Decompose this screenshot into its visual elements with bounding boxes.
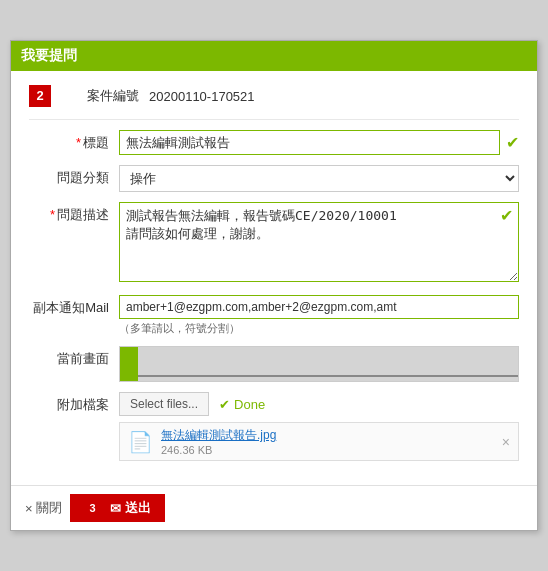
mail-label: 副本通知Mail <box>29 295 119 317</box>
title-row: 標題 ✔ <box>29 130 519 155</box>
select-files-button[interactable]: Select files... <box>119 392 209 416</box>
case-number-label: 案件編號 <box>59 87 149 105</box>
close-icon: × <box>25 501 33 516</box>
file-upload-row: Select files... ✔ Done <box>119 392 519 416</box>
divider-1 <box>29 119 519 120</box>
title-field-wrapper: ✔ <box>119 130 519 155</box>
description-check-icon: ✔ <box>500 206 513 225</box>
attachment-label: 附加檔案 <box>29 392 119 414</box>
screenshot-bottom-bar <box>138 375 518 377</box>
mail-input[interactable] <box>119 295 519 319</box>
attachment-field-wrapper: Select files... ✔ Done 📄 無法編輯測試報告.jpg 24… <box>119 392 519 461</box>
screenshot-preview <box>119 346 519 382</box>
step-2-badge: 2 <box>29 85 51 107</box>
screenshot-container <box>119 346 519 382</box>
category-label: 問題分類 <box>29 165 119 187</box>
submit-label: 送出 <box>125 499 151 517</box>
case-number-value: 20200110-170521 <box>149 89 255 104</box>
file-item: 📄 無法編輯測試報告.jpg 246.36 KB × <box>119 422 519 461</box>
close-button[interactable]: × 關閉 <box>25 499 62 517</box>
main-window: 我要提問 2 案件編號 20200110-170521 標題 ✔ 問題分類 <box>10 40 538 531</box>
title-check-icon: ✔ <box>506 133 519 152</box>
file-info: 無法編輯測試報告.jpg 246.36 KB <box>161 427 494 456</box>
file-size: 246.36 KB <box>161 444 494 456</box>
title-label: 標題 <box>29 130 119 152</box>
title-input[interactable] <box>119 130 500 155</box>
mail-row: 副本通知Mail （多筆請以，符號分割） <box>29 295 519 336</box>
description-textarea[interactable]: 測試報告無法編輯，報告號碼CE/2020/10001 請問該如何處理，謝謝。 <box>119 202 519 282</box>
description-row: 問題描述 測試報告無法編輯，報告號碼CE/2020/10001 請問該如何處理，… <box>29 202 519 285</box>
step-3-badge: 3 <box>84 499 102 517</box>
description-textarea-group: 測試報告無法編輯，報告號碼CE/2020/10001 請問該如何處理，謝謝。 ✔ <box>119 202 519 285</box>
close-label: 關閉 <box>36 499 62 517</box>
done-label-text: Done <box>234 397 265 412</box>
form-content: 2 案件編號 20200110-170521 標題 ✔ 問題分類 操作 <box>11 71 537 485</box>
file-upload-area: Select files... ✔ Done 📄 無法編輯測試報告.jpg 24… <box>119 392 519 461</box>
title-bar-label: 我要提問 <box>21 47 77 63</box>
screenshot-label: 當前畫面 <box>29 346 119 368</box>
case-number-row: 2 案件編號 20200110-170521 <box>29 85 519 107</box>
attachment-row: 附加檔案 Select files... ✔ Done 📄 無法編輯測試報告.j… <box>29 392 519 461</box>
category-select[interactable]: 操作 <box>119 165 519 192</box>
file-type-icon: 📄 <box>128 430 153 454</box>
category-row: 問題分類 操作 <box>29 165 519 192</box>
submit-button[interactable]: 3 ✉ 送出 <box>70 494 165 522</box>
submit-icon: ✉ <box>110 501 121 516</box>
done-status: ✔ Done <box>219 397 265 412</box>
description-field-wrapper: 測試報告無法編輯，報告號碼CE/2020/10001 請問該如何處理，謝謝。 ✔ <box>119 202 519 285</box>
mail-field-wrapper: （多筆請以，符號分割） <box>119 295 519 336</box>
done-check-icon: ✔ <box>219 397 230 412</box>
screenshot-green-bar <box>120 347 138 381</box>
title-input-group: ✔ <box>119 130 519 155</box>
file-name[interactable]: 無法編輯測試報告.jpg <box>161 427 494 444</box>
title-bar: 我要提問 <box>11 41 537 71</box>
category-field-wrapper: 操作 <box>119 165 519 192</box>
mail-hint: （多筆請以，符號分割） <box>119 321 519 336</box>
screenshot-row: 當前畫面 <box>29 346 519 382</box>
file-remove-button[interactable]: × <box>502 434 510 450</box>
footer-bar: × 關閉 3 ✉ 送出 <box>11 485 537 530</box>
description-label: 問題描述 <box>29 202 119 224</box>
